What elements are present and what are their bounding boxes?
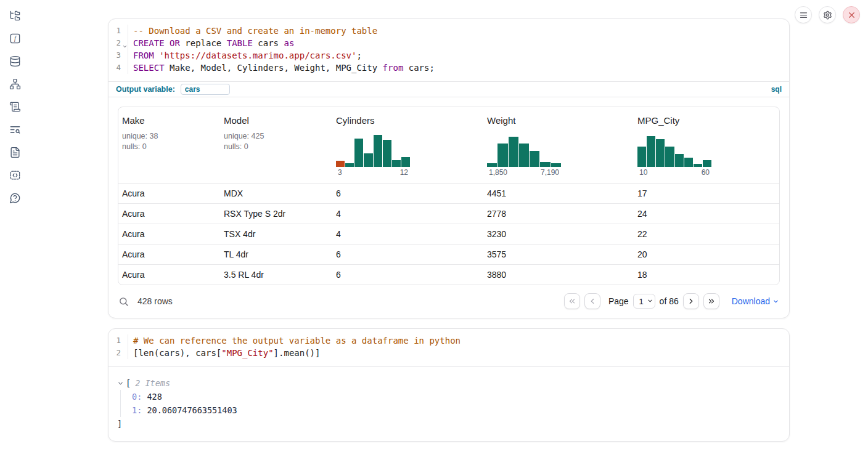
chevron-left-icon (588, 297, 597, 305)
column-stats: unique: 425nulls: 0 (224, 131, 329, 152)
column-header-make[interactable]: Makeunique: 38nulls: 0 (118, 107, 220, 183)
table-cell: 24 (634, 209, 779, 219)
table-cell: 18 (634, 270, 779, 280)
last-page-button[interactable] (703, 293, 719, 309)
code-line[interactable]: [len(cars), cars["MPG_City"].mean()] (128, 347, 789, 359)
code-line[interactable]: CREATE OR replace TABLE cars as (128, 37, 789, 49)
column-header-cylinders[interactable]: Cylinders312 (332, 107, 483, 183)
page-select[interactable]: 1 (633, 294, 655, 309)
settings-button[interactable] (819, 6, 836, 23)
tree-item: 0: 428 (132, 390, 789, 403)
column-histogram: 312 (336, 135, 410, 177)
table-cell: 17 (634, 188, 779, 198)
snippets-icon (9, 169, 21, 181)
column-header-weight[interactable]: Weight1,8507,190 (483, 107, 634, 183)
histogram-axis-labels: 1060 (637, 168, 711, 177)
axis-max-label: 7,190 (541, 168, 559, 177)
table-cell: 4 (332, 229, 483, 239)
table-cell: 6 (332, 249, 483, 259)
outline-icon (9, 101, 21, 113)
sql-code-editor[interactable]: 1-- Download a CSV and create an in-memo… (108, 19, 789, 81)
table-cell: RSX Type S 2dr (220, 209, 332, 219)
histogram-bar (345, 163, 354, 167)
column-stats: unique: 38nulls: 0 (122, 131, 216, 152)
python-output-tree: [ 2 Items 0: 4281: 20.060747663551403 ] (108, 367, 789, 441)
datasources-icon (9, 55, 21, 67)
column-name: Model (224, 115, 329, 126)
histogram-bar (656, 139, 665, 167)
table-row: AcuraTSX 4dr4323022 (118, 224, 779, 244)
documentation-button[interactable] (9, 146, 21, 158)
table-cell: 3230 (483, 229, 634, 239)
code-line[interactable]: # We can reference the output variable a… (128, 334, 789, 347)
table-cell: Acura (118, 188, 220, 198)
data-table: Makeunique: 38nulls: 0Modelunique: 425nu… (118, 107, 780, 285)
tree-root-row: [ 2 Items (117, 376, 789, 390)
help-icon (9, 192, 21, 204)
language-badge[interactable]: sql (771, 85, 782, 94)
file-explorer-button[interactable] (9, 9, 21, 22)
column-header-mpg_city[interactable]: MPG_City1060 (634, 107, 779, 183)
column-name: Make (122, 115, 216, 126)
collapse-chevron-icon[interactable] (117, 380, 126, 387)
shutdown-button[interactable] (843, 6, 860, 23)
datasources-button[interactable] (9, 55, 21, 67)
histogram-bars (336, 135, 410, 167)
sql-cell: 1-- Download a CSV and create an in-memo… (108, 18, 790, 318)
table-cell: 3.5 RL 4dr (220, 270, 332, 280)
code-line[interactable]: -- Download a CSV and create an in-memor… (128, 25, 789, 37)
histogram-bar (703, 160, 711, 167)
table-row: AcuraTL 4dr6357520 (118, 244, 779, 264)
search-icon[interactable] (118, 296, 129, 307)
line-number: 1 (108, 25, 128, 37)
tree-item-value: 20.060747663551403 (142, 405, 237, 415)
close-icon (847, 10, 856, 20)
previous-page-button[interactable] (584, 293, 600, 309)
line-number: 2 (108, 347, 128, 359)
column-header-model[interactable]: Modelunique: 425nulls: 0 (220, 107, 332, 183)
table-cell: 4 (332, 209, 483, 219)
table-cell: Acura (118, 270, 220, 280)
first-page-button[interactable] (564, 293, 580, 309)
page-total-label: of 86 (660, 296, 679, 306)
logs-button[interactable] (9, 123, 21, 136)
scratchpad-button[interactable]: f (9, 32, 21, 44)
outline-button[interactable] (9, 100, 21, 113)
tree-item: 1: 20.060747663551403 (132, 403, 789, 417)
download-label: Download (732, 296, 770, 306)
output-variable-bar: Output variable: sql (108, 81, 789, 97)
histogram-bar (364, 153, 372, 167)
next-page-button[interactable] (683, 293, 699, 309)
histogram-bar (354, 139, 363, 167)
table-cell: 3880 (483, 270, 634, 280)
output-variable-input[interactable] (181, 84, 230, 95)
download-button[interactable]: Download (732, 296, 779, 306)
close-bracket: ] (117, 417, 789, 431)
snippets-button[interactable] (9, 169, 21, 181)
python-code-editor[interactable]: 1# We can reference the output variable … (108, 329, 789, 366)
code-line[interactable]: FROM 'https://datasets.marimo.app/cars.c… (128, 49, 789, 62)
open-bracket: [ (126, 376, 131, 390)
axis-max-label: 12 (400, 168, 408, 177)
tree-item-value: 428 (142, 392, 162, 402)
histogram-bar (675, 154, 684, 167)
table-cell: TSX 4dr (220, 229, 332, 239)
table-footer: 428 rows Page 1 of 86 (108, 285, 789, 318)
menu-icon (799, 10, 808, 20)
histogram-bar (637, 147, 646, 167)
table-cell: Acura (118, 249, 220, 259)
axis-min-label: 10 (639, 168, 647, 177)
code-line[interactable]: SELECT Make, Model, Cylinders, Weight, M… (128, 62, 789, 74)
tree-entries: 0: 4281: 20.060747663551403 (120, 390, 789, 417)
menu-button[interactable] (795, 6, 812, 23)
help-button[interactable] (9, 192, 21, 204)
dependency-graph-icon (9, 78, 21, 90)
axis-max-label: 60 (702, 168, 710, 177)
tree-item-index: 0: (132, 392, 142, 402)
histogram-bar (647, 136, 655, 167)
dependency-graph-button[interactable] (9, 78, 21, 90)
notebook-main: 1-- Download a CSV and create an in-memo… (108, 18, 790, 442)
histogram-bar (684, 158, 693, 167)
table-cell: MDX (220, 188, 332, 198)
sidebar-panel-rail: f (0, 0, 30, 449)
